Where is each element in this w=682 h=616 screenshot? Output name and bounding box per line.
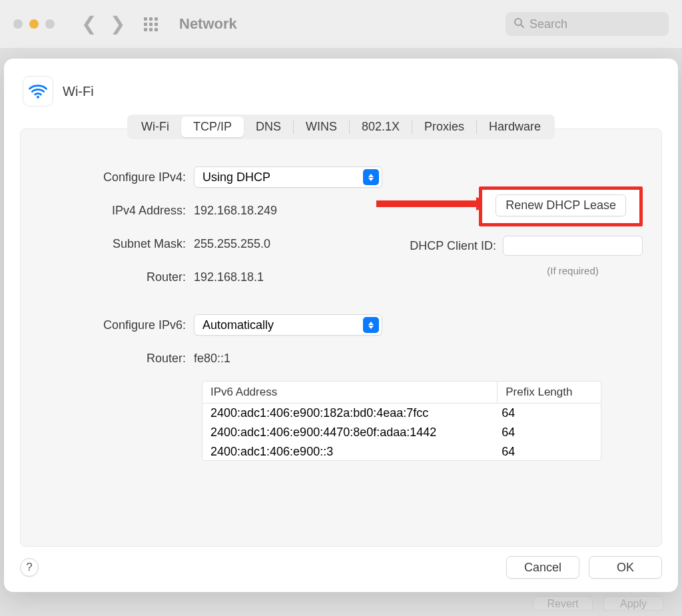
ok-button[interactable]: OK xyxy=(589,556,662,579)
ipv6-router-value: fe80::1 xyxy=(194,352,230,366)
configure-ipv6-select[interactable]: Automatically xyxy=(194,314,382,336)
ipv6-router-label: Router: xyxy=(41,352,194,366)
configure-ipv4-label: Configure IPv4: xyxy=(41,170,194,184)
configure-ipv4-value: Using DHCP xyxy=(202,170,270,184)
ipv4-router-value: 192.168.18.1 xyxy=(194,270,264,284)
annotation-highlight-box: Renew DHCP Lease xyxy=(479,186,643,226)
tab-bar: Wi-Fi TCP/IP DNS WINS 802.1X Proxies Har… xyxy=(20,115,662,139)
sheet-title: Wi-Fi xyxy=(63,84,94,99)
wifi-icon xyxy=(23,76,53,107)
configure-ipv6-value: Automatically xyxy=(202,318,274,332)
tab-8021x[interactable]: 802.1X xyxy=(350,117,412,137)
tab-hardware[interactable]: Hardware xyxy=(477,117,553,137)
updown-icon xyxy=(363,169,379,185)
cancel-button[interactable]: Cancel xyxy=(506,556,579,579)
ipv6-table[interactable]: IPv6 Address Prefix Length 2400:adc1:406… xyxy=(202,381,601,461)
dhcp-client-id-label: DHCP Client ID: xyxy=(410,239,496,253)
network-settings-sheet: Wi-Fi Wi-Fi TCP/IP DNS WINS 802.1X Proxi… xyxy=(4,59,678,592)
ipv6-table-header: IPv6 Address Prefix Length xyxy=(202,382,601,404)
ipv6-header-address: IPv6 Address xyxy=(202,382,498,403)
table-row[interactable]: 2400:adc1:406:e900:4470:8e0f:adaa:1442 6… xyxy=(202,423,601,442)
dhcp-client-id-row: DHCP Client ID: xyxy=(410,236,643,256)
table-row[interactable]: 2400:adc1:406:e900::3 64 xyxy=(202,442,601,461)
tab-wifi[interactable]: Wi-Fi xyxy=(129,117,181,137)
ipv4-router-label: Router: xyxy=(41,270,194,284)
help-button[interactable]: ? xyxy=(20,558,39,577)
sheet-footer: ? Cancel OK xyxy=(20,556,662,579)
backdrop-buttons: Revert Apply xyxy=(533,596,663,611)
tab-proxies[interactable]: Proxies xyxy=(412,117,476,137)
renew-dhcp-lease-button[interactable]: Renew DHCP Lease xyxy=(496,194,626,216)
svg-point-2 xyxy=(37,96,39,99)
ipv6-table-body: 2400:adc1:406:e900:182a:bd0:4eaa:7fcc 64… xyxy=(202,404,601,461)
segmented-control: Wi-Fi TCP/IP DNS WINS 802.1X Proxies Har… xyxy=(127,115,555,139)
subnet-mask-label: Subnet Mask: xyxy=(41,237,194,251)
tab-tcpip[interactable]: TCP/IP xyxy=(181,117,244,137)
subnet-mask-value: 255.255.255.0 xyxy=(194,237,270,251)
ipv4-address-label: IPv4 Address: xyxy=(41,204,194,218)
dhcp-side-panel: Renew DHCP Lease DHCP Client ID: (If req… xyxy=(410,186,643,276)
ipv6-header-prefix: Prefix Length xyxy=(498,382,601,403)
updown-icon xyxy=(363,317,379,333)
tab-dns[interactable]: DNS xyxy=(244,117,293,137)
ipv4-address-value: 192.168.18.249 xyxy=(194,204,277,218)
apply-button[interactable]: Apply xyxy=(603,596,663,611)
tcpip-panel: Renew DHCP Lease DHCP Client ID: (If req… xyxy=(20,129,662,547)
if-required-hint: (If required) xyxy=(503,265,643,276)
table-row[interactable]: 2400:adc1:406:e900:182a:bd0:4eaa:7fcc 64 xyxy=(202,404,601,423)
configure-ipv4-select[interactable]: Using DHCP xyxy=(194,166,382,188)
revert-button[interactable]: Revert xyxy=(533,596,593,611)
sheet-header: Wi-Fi xyxy=(23,76,662,107)
tab-wins[interactable]: WINS xyxy=(294,117,349,137)
configure-ipv6-label: Configure IPv6: xyxy=(41,318,194,332)
dhcp-client-id-input[interactable] xyxy=(503,236,643,256)
